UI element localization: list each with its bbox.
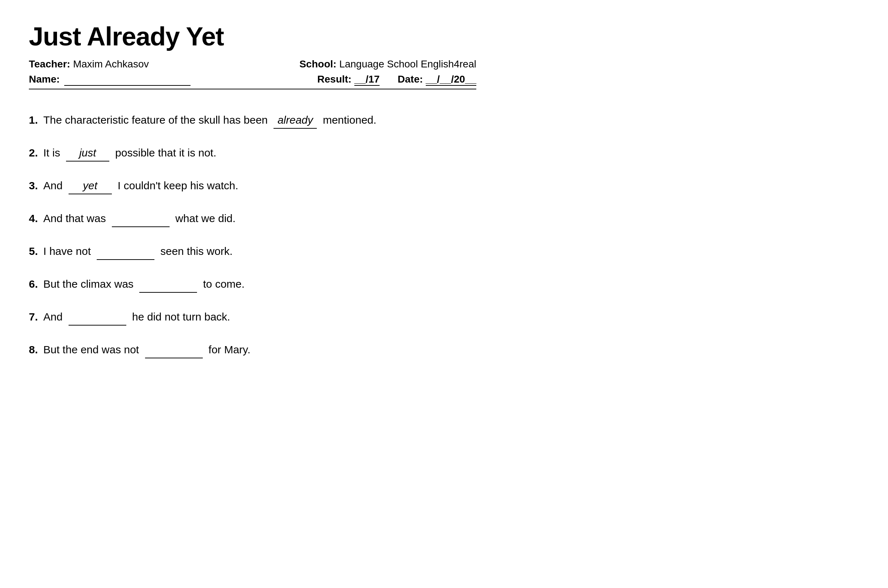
- answer-blank[interactable]: [69, 309, 126, 326]
- answer-filled: already: [274, 112, 317, 129]
- exercise-number: 6.: [29, 278, 40, 290]
- exercise-number: 7.: [29, 311, 40, 323]
- answer-filled: yet: [69, 177, 112, 194]
- name-result-row: Name: Result: __/17 Date: __/__/20__: [29, 74, 476, 89]
- answer-filled: just: [66, 145, 109, 162]
- exercise-text: And that was what we did.: [43, 210, 236, 227]
- answer-blank[interactable]: [145, 341, 203, 358]
- school-label: School:: [300, 58, 337, 70]
- result-date-section: Result: __/17 Date: __/__/20__: [317, 74, 476, 86]
- name-blank: [64, 74, 191, 86]
- school-info: School: Language School English4real: [300, 58, 476, 70]
- exercise-item: 3.And yet I couldn't keep his watch.: [29, 170, 476, 202]
- exercise-text: I have not seen this work.: [43, 243, 233, 260]
- exercise-item: 6.But the climax was to come.: [29, 268, 476, 301]
- name-section: Name:: [29, 74, 191, 86]
- exercise-text: It is just possible that it is not.: [43, 145, 217, 162]
- exercise-item: 1.The characteristic feature of the skul…: [29, 104, 476, 136]
- exercise-number: 4.: [29, 212, 40, 225]
- exercise-number: 8.: [29, 344, 40, 356]
- exercise-item: 2.It is just possible that it is not.: [29, 136, 476, 170]
- teacher-name: Maxim Achkasov: [73, 58, 149, 70]
- exercise-text: But the end was not for Mary.: [43, 341, 250, 358]
- exercise-text: And yet I couldn't keep his watch.: [43, 177, 238, 194]
- date-info: Date: __/__/20__: [397, 74, 476, 86]
- exercise-text: And he did not turn back.: [43, 309, 230, 326]
- school-name: Language School English4real: [339, 58, 476, 70]
- exercises-container: 1.The characteristic feature of the skul…: [29, 104, 476, 366]
- exercise-item: 8.But the end was not for Mary.: [29, 333, 476, 366]
- meta-row: Teacher: Maxim Achkasov School: Language…: [29, 58, 476, 70]
- exercise-number: 2.: [29, 147, 40, 159]
- exercise-number: 3.: [29, 180, 40, 192]
- answer-blank[interactable]: [97, 243, 154, 260]
- exercise-number: 5.: [29, 245, 40, 257]
- exercise-text: The characteristic feature of the skull …: [43, 112, 376, 129]
- date-label: Date:: [397, 74, 423, 85]
- exercise-text: But the climax was to come.: [43, 276, 245, 293]
- exercise-item: 5.I have not seen this work.: [29, 235, 476, 268]
- answer-blank[interactable]: [112, 210, 170, 227]
- page-title: Just Already Yet: [29, 22, 476, 51]
- name-label: Name:: [29, 74, 60, 85]
- teacher-info: Teacher: Maxim Achkasov: [29, 58, 149, 70]
- exercise-number: 1.: [29, 114, 40, 126]
- exercise-item: 4.And that was what we did.: [29, 202, 476, 235]
- exercise-item: 7.And he did not turn back.: [29, 301, 476, 333]
- answer-blank[interactable]: [139, 276, 197, 293]
- teacher-label: Teacher:: [29, 58, 70, 70]
- result-info: Result: __/17: [317, 74, 379, 86]
- result-value: __/17: [354, 74, 379, 86]
- date-value: __/__/20__: [426, 74, 476, 86]
- result-label: Result:: [317, 74, 351, 85]
